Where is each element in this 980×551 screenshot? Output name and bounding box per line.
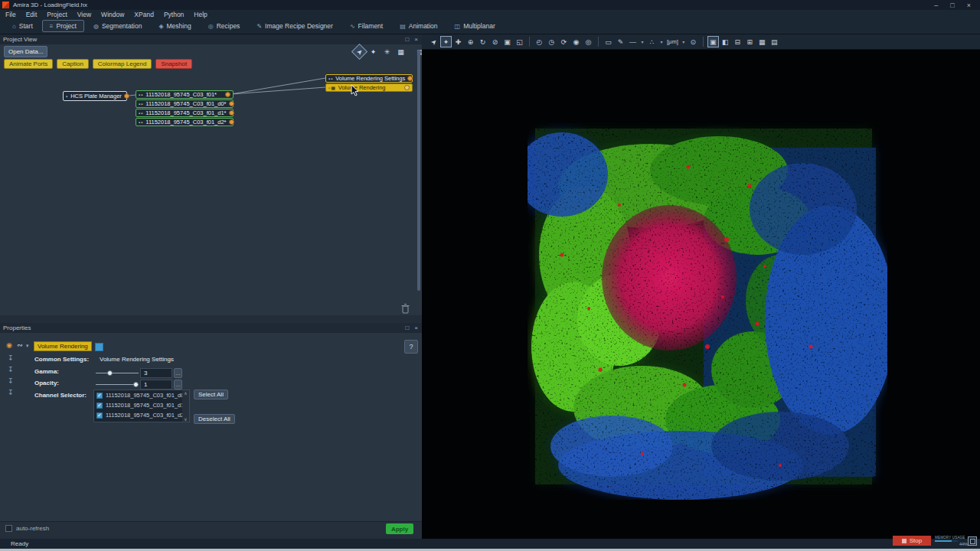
menu-project[interactable]: Project xyxy=(47,11,67,18)
node-data-f01-d2[interactable]: ▪▪ 11152018_95745_C03_f01_d2* xyxy=(136,118,234,126)
node-port[interactable] xyxy=(229,101,234,106)
opacity-slider-handle[interactable] xyxy=(133,382,139,387)
tab-recipes[interactable]: ◎Recipes xyxy=(201,20,248,32)
chevron-down-icon[interactable]: ▾ xyxy=(155,357,158,363)
trash-icon[interactable] xyxy=(400,303,410,314)
node-port[interactable] xyxy=(404,85,410,90)
selected-module-label[interactable]: Volume Rendering xyxy=(34,341,92,351)
node-volume-rendering[interactable]: ▫▦ Volume Rendering xyxy=(325,83,413,92)
fit-to-window-icon[interactable]: ▭ xyxy=(603,36,614,47)
select-all-button[interactable]: Select All xyxy=(194,390,228,399)
panel-close-button[interactable]: × xyxy=(414,36,418,43)
rotate-view-x-icon[interactable]: ◴ xyxy=(534,36,545,47)
rotate-view-y-icon[interactable]: ◷ xyxy=(546,36,557,47)
gamma-value-field[interactable]: 3 xyxy=(140,368,172,378)
point-style-icon[interactable]: ∴ xyxy=(646,36,658,47)
layout-four-view-icon[interactable]: ⊞ xyxy=(744,36,756,47)
opacity-value-field[interactable]: 1 xyxy=(140,380,172,390)
node-port[interactable] xyxy=(229,119,234,125)
menu-xpand[interactable]: XPand xyxy=(134,11,154,18)
tab-filament[interactable]: ∿Filament xyxy=(342,20,390,32)
node-hcs-plate-manager[interactable]: ▪ HCS Plate Manager xyxy=(63,91,127,101)
graph-overview-icon[interactable]: ▦ xyxy=(395,46,407,57)
rotate-view-z-icon[interactable]: ⟳ xyxy=(558,36,570,47)
menu-python[interactable]: Python xyxy=(164,11,184,18)
pin-icon[interactable]: ↧ xyxy=(8,354,14,362)
chevron-down-icon[interactable]: ▾ xyxy=(658,39,665,44)
console-expand-icon[interactable] xyxy=(968,536,977,546)
node-port[interactable] xyxy=(225,92,230,97)
line-style-icon[interactable]: — xyxy=(627,36,639,47)
menu-window[interactable]: Window xyxy=(101,11,124,18)
checkbox-checked-icon[interactable]: ✓ xyxy=(96,412,103,419)
help-button[interactable]: ? xyxy=(404,340,418,354)
node-port[interactable] xyxy=(229,110,234,116)
channel-list-scrollbar[interactable]: ∧ ∨ xyxy=(182,390,189,422)
tab-meshing[interactable]: ◈Meshing xyxy=(151,20,198,32)
unit-select[interactable]: [μm] xyxy=(665,38,680,45)
panel-divider[interactable] xyxy=(0,315,422,323)
stop-interaction-icon[interactable]: ⊘ xyxy=(489,36,501,47)
auto-refresh-control[interactable]: auto-refresh xyxy=(5,525,49,532)
chevron-down-icon[interactable]: ▾ xyxy=(639,39,645,44)
select-arrow-icon[interactable]: ➤ xyxy=(426,34,442,50)
menu-file[interactable]: File xyxy=(5,11,16,18)
panel-maximize-button[interactable]: □ xyxy=(405,324,409,331)
node-port[interactable] xyxy=(407,76,413,81)
menu-help[interactable]: Help xyxy=(194,11,207,18)
chevron-down-icon[interactable]: ▾ xyxy=(26,343,29,349)
close-button[interactable]: × xyxy=(967,2,971,9)
checkbox-checked-icon[interactable]: ✓ xyxy=(96,403,103,409)
graph-pan-icon[interactable]: ✦ xyxy=(368,46,379,57)
chip-snapshot[interactable]: Snapshot xyxy=(155,59,192,69)
tab-start[interactable]: ⌂Start xyxy=(5,20,41,32)
chip-animate-ports[interactable]: Animate Ports xyxy=(4,59,53,69)
pin-icon[interactable]: ↧ xyxy=(8,366,14,373)
opacity-slider-track[interactable] xyxy=(96,384,139,385)
measure-icon[interactable]: ✎ xyxy=(615,36,626,47)
layout-two-vertical-icon[interactable]: ◧ xyxy=(720,36,731,47)
tab-multiplanar[interactable]: ◫Multiplanar xyxy=(447,20,503,32)
node-port[interactable] xyxy=(124,93,129,99)
panel-close-button[interactable]: × xyxy=(414,324,418,331)
scroll-down-icon[interactable]: ∨ xyxy=(184,416,187,422)
home-view-icon[interactable]: ◉ xyxy=(570,36,582,47)
channel-item[interactable]: ✓ 11152018_95745_C03_f01_d0 xyxy=(94,390,189,400)
chevron-down-icon[interactable]: ▾ xyxy=(681,39,687,44)
pin-icon[interactable]: ↧ xyxy=(8,389,14,396)
minimize-button[interactable]: – xyxy=(934,2,938,9)
gamma-slider-handle[interactable] xyxy=(107,370,113,376)
auto-arrange-icon[interactable]: ✳ xyxy=(381,46,393,57)
common-settings-select[interactable]: Volume Rendering Settings xyxy=(100,356,174,363)
translate-icon[interactable]: ✚ xyxy=(452,36,464,47)
layout-custom-icon[interactable]: ▤ xyxy=(769,36,780,47)
visibility-icon[interactable]: ◉ xyxy=(6,341,12,349)
pin-icon[interactable]: ↧ xyxy=(8,377,14,385)
3d-viewport-canvas[interactable] xyxy=(422,50,980,539)
auto-refresh-checkbox[interactable] xyxy=(5,525,12,532)
tab-image-recipe-designer[interactable]: ✎Image Recipe Designer xyxy=(249,20,341,32)
zoom-icon[interactable]: ⊕ xyxy=(465,36,476,47)
layout-two-horizontal-icon[interactable]: ⊟ xyxy=(732,36,743,47)
node-data-f01-d0[interactable]: ▪▪ 11152018_95745_C03_f01_d0* xyxy=(136,99,234,108)
gamma-slider-track[interactable] xyxy=(96,373,139,373)
channel-item[interactable]: ✓ 11152018_95745_C03_f01_d2 xyxy=(94,410,189,420)
link-icon[interactable]: ∾ xyxy=(17,341,23,349)
tab-animation[interactable]: ▤Animation xyxy=(392,20,445,32)
channel-item[interactable]: ✓ 11152018_95745_C03_f01_d1 xyxy=(94,400,189,410)
box-zoom-icon[interactable]: ▣ xyxy=(501,36,513,47)
open-data-button[interactable]: Open Data... xyxy=(4,46,47,57)
stop-button[interactable]: Stop xyxy=(893,536,931,546)
region-select-icon[interactable]: ◱ xyxy=(514,36,525,47)
node-volume-rendering-settings[interactable]: ▪▪ Volume Rendering Settings xyxy=(325,74,413,83)
checkbox-checked-icon[interactable]: ✓ xyxy=(96,393,103,399)
apply-button[interactable]: Apply xyxy=(386,523,413,534)
project-view-scrollbar[interactable] xyxy=(417,50,420,291)
tab-segmentation[interactable]: ◍Segmentation xyxy=(86,20,149,32)
maximize-button[interactable]: □ xyxy=(950,2,954,9)
chip-caption[interactable]: Caption xyxy=(57,59,89,69)
module-color-swatch[interactable] xyxy=(95,343,103,351)
panel-maximize-button[interactable]: □ xyxy=(405,36,409,43)
tab-project[interactable]: ≡Project xyxy=(42,20,84,32)
deselect-all-button[interactable]: Deselect All xyxy=(194,414,235,424)
